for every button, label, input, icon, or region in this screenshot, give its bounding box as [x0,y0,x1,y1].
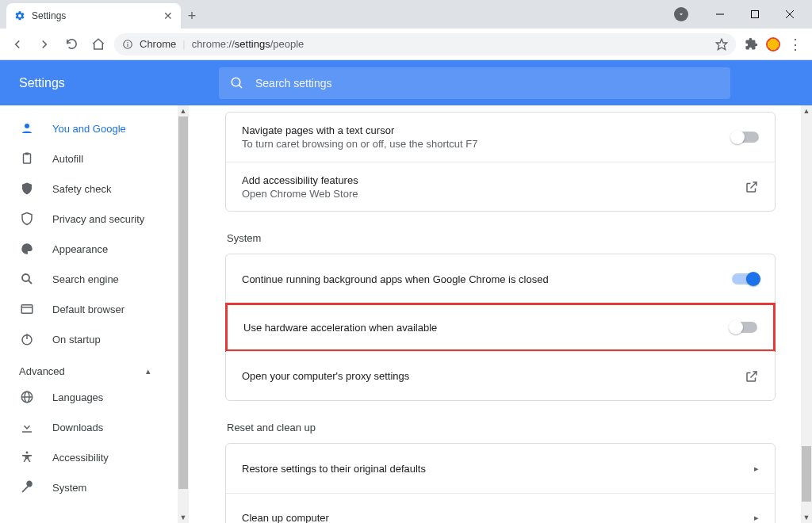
scrollbar-thumb[interactable] [802,446,811,502]
account-status-icon[interactable] [674,7,688,21]
svg-line-14 [29,281,32,284]
svg-rect-6 [127,44,128,47]
page-title: Settings [19,76,219,90]
toggle-background-apps[interactable] [732,273,759,284]
extension-icons: ⋮ [741,37,806,52]
search-icon [19,272,35,286]
browser-tab[interactable]: Settings ✕ [6,3,181,29]
scroll-down-icon[interactable]: ▼ [178,512,189,523]
close-icon[interactable]: ✕ [163,10,173,22]
settings-header: Settings [0,60,812,105]
row-hardware-acceleration[interactable]: Use hardware acceleration when available [225,303,776,352]
sidebar-item-privacy[interactable]: Privacy and security [0,204,189,234]
sidebar-item-you-and-google[interactable]: You and Google [0,113,189,143]
sidebar-item-label: Downloads [52,422,103,433]
shield-icon [19,212,35,226]
minimize-button[interactable] [703,2,737,26]
sidebar-item-label: Accessibility [52,452,109,464]
svg-rect-11 [24,154,31,163]
svg-point-10 [25,124,29,128]
extension-badge-icon[interactable] [766,37,780,52]
scrollbar-thumb[interactable] [178,116,188,489]
omnibox-url: chrome://settings/people [192,38,709,50]
row-clean-up[interactable]: Clean up computer ▸ [226,493,775,523]
svg-point-5 [127,41,128,42]
main-scrollbar[interactable]: ▲ ▼ [801,105,812,523]
menu-button[interactable]: ⋮ [788,37,802,52]
row-background-apps[interactable]: Continue running background apps when Go… [226,254,775,303]
scroll-up-icon[interactable]: ▲ [178,105,189,116]
forward-button[interactable] [33,33,56,55]
settings-sidebar: You and Google Autofill Safety check Pri… [0,105,189,523]
toggle-hardware-acceleration[interactable] [730,322,757,333]
sidebar-item-label: System [52,482,86,494]
window-titlebar: Settings ✕ + [0,0,812,29]
sidebar-item-autofill[interactable]: Autofill [0,143,189,174]
sidebar-item-languages[interactable]: Languages [0,382,189,412]
toggle-caret-browsing[interactable] [732,132,759,143]
clipboard-icon [19,151,35,166]
address-bar[interactable]: Chrome | chrome://settings/people [114,33,736,55]
sidebar-item-downloads[interactable]: Downloads [0,412,189,442]
row-title: Add accessibility features [242,174,745,186]
sidebar-item-label: On startup [52,334,101,345]
svg-rect-1 [752,11,759,18]
sidebar-item-appearance[interactable]: Appearance [0,234,189,264]
row-title: Navigate pages with a text cursor [242,124,732,136]
window-controls [674,0,812,29]
maximize-button[interactable] [737,2,772,26]
sidebar-item-label: Privacy and security [52,213,144,225]
row-title: Continue running background apps when Go… [242,273,732,285]
chevron-up-icon: ▴ [146,366,151,376]
sidebar-section-label: Advanced [19,365,65,377]
row-caret-browsing[interactable]: Navigate pages with a text cursor To tur… [226,113,775,162]
scroll-down-icon[interactable]: ▼ [801,512,812,523]
browser-toolbar: Chrome | chrome://settings/people ⋮ [0,29,812,60]
accessibility-icon [19,450,35,464]
svg-rect-15 [21,305,33,314]
section-title-reset: Reset and clean up [227,422,776,433]
sidebar-item-label: Default browser [52,303,124,315]
new-tab-button[interactable]: + [181,3,203,29]
extensions-icon[interactable] [744,37,758,52]
sidebar-section-advanced[interactable]: Advanced ▴ [0,354,189,382]
sidebar-item-system[interactable]: System [0,472,189,502]
sidebar-item-label: Autofill [52,153,83,165]
sidebar-item-on-startup[interactable]: On startup [0,324,189,354]
row-add-accessibility[interactable]: Add accessibility features Open Chrome W… [226,162,775,211]
search-input[interactable] [255,77,719,90]
palette-icon [19,242,35,256]
globe-icon [19,390,35,404]
system-card: Continue running background apps when Go… [225,254,776,401]
sidebar-item-safety-check[interactable]: Safety check [0,174,189,204]
row-subtitle: To turn caret browsing on or off, use th… [242,138,732,150]
svg-point-13 [22,274,29,281]
svg-line-9 [239,85,242,88]
omnibox-host: Chrome [140,38,176,50]
svg-point-22 [26,452,29,454]
row-restore-defaults[interactable]: Restore settings to their original defau… [226,444,775,493]
section-title-system: System [227,232,776,244]
person-icon [19,121,35,136]
bookmark-star-icon[interactable] [715,38,728,51]
gear-icon [14,10,25,21]
row-proxy-settings[interactable]: Open your computer's proxy settings [226,351,775,400]
sidebar-item-label: Safety check [52,183,111,195]
settings-search[interactable] [219,67,730,99]
sidebar-item-default-browser[interactable]: Default browser [0,294,189,324]
settings-main: Navigate pages with a text cursor To tur… [189,105,812,523]
back-button[interactable] [6,33,29,55]
settings-body: You and Google Autofill Safety check Pri… [0,105,812,523]
site-info-icon[interactable] [122,39,133,50]
browser-icon [19,302,35,316]
shield-check-icon [19,181,35,196]
sidebar-item-search-engine[interactable]: Search engine [0,264,189,294]
tab-title: Settings [32,10,163,21]
scroll-up-icon[interactable]: ▲ [801,105,812,116]
close-window-button[interactable] [772,2,807,26]
chevron-right-icon: ▸ [754,464,759,474]
reload-button[interactable] [60,33,82,55]
sidebar-item-accessibility[interactable]: Accessibility [0,442,189,472]
sidebar-scrollbar[interactable]: ▲ ▼ [178,105,189,523]
home-button[interactable] [87,33,109,55]
